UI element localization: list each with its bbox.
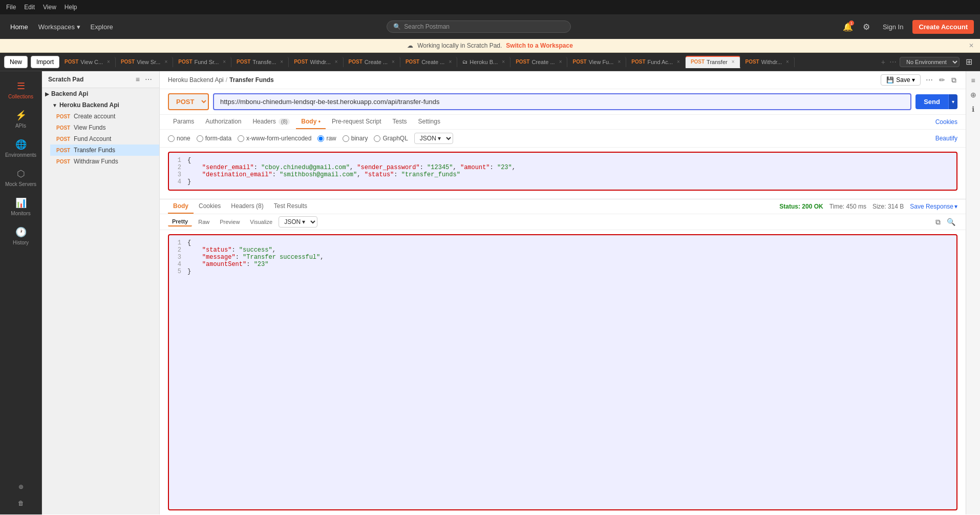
- response-tab-test-results[interactable]: Test Results: [269, 199, 312, 214]
- resp-opt-preview[interactable]: Preview: [216, 218, 244, 226]
- tab-3-close[interactable]: ×: [280, 59, 283, 65]
- tab-2-close[interactable]: ×: [223, 59, 226, 65]
- tab-9-close[interactable]: ×: [617, 59, 621, 65]
- radio-binary[interactable]: binary: [343, 135, 368, 142]
- tab-11-active[interactable]: POST Transfer ×: [686, 56, 740, 68]
- environment-selector[interactable]: No Environment: [900, 57, 960, 67]
- radio-form-data[interactable]: form-data: [197, 135, 231, 142]
- response-tab-cookies[interactable]: Cookies: [194, 199, 226, 214]
- close-banner-button[interactable]: ✕: [969, 42, 974, 49]
- sign-in-button[interactable]: Sign In: [878, 21, 908, 33]
- tab-6-close[interactable]: ×: [449, 59, 452, 65]
- req-tab-headers[interactable]: Headers (8): [247, 115, 295, 129]
- radio-graphql[interactable]: GraphQL: [374, 135, 408, 142]
- copy-button[interactable]: ⧉: [950, 75, 957, 86]
- sidebar-footer-icon[interactable]: ⊕: [14, 480, 28, 494]
- right-panel-btn-2[interactable]: ⊕: [968, 90, 978, 100]
- tab-0-close[interactable]: ×: [107, 59, 110, 65]
- right-panel-btn-3[interactable]: ℹ: [968, 104, 978, 114]
- import-button[interactable]: Import: [31, 56, 59, 68]
- request-body-editor[interactable]: 1 { 2 "sender_email": "cboy.chinedu@gmai…: [168, 152, 957, 191]
- menu-edit[interactable]: Edit: [24, 4, 35, 11]
- new-button[interactable]: New: [4, 56, 28, 68]
- req-tab-params[interactable]: Params: [168, 115, 199, 129]
- req-tab-tests[interactable]: Tests: [388, 115, 412, 129]
- right-panel-btn-1[interactable]: ≡: [968, 75, 978, 86]
- add-tab-button[interactable]: +: [880, 57, 886, 67]
- tab-10-close[interactable]: ×: [677, 59, 680, 65]
- tab-10[interactable]: POST Fund Ac... ×: [626, 57, 686, 67]
- response-tab-body[interactable]: Body: [168, 199, 194, 214]
- beautify-link[interactable]: Beautify: [935, 135, 957, 142]
- save-response-button[interactable]: Save Response ▾: [910, 203, 957, 210]
- more-tabs-button[interactable]: ⋯: [888, 57, 898, 67]
- method-select[interactable]: POST: [168, 93, 209, 110]
- sidebar-trash-icon[interactable]: 🗑: [14, 496, 28, 510]
- save-button[interactable]: 💾 Save ▾: [881, 74, 921, 86]
- sidebar-item-environments[interactable]: 🌐 Environments: [0, 135, 41, 162]
- sidebar-item-mock-servers[interactable]: ⬡ Mock Servers: [0, 164, 41, 191]
- req-tab-authorization[interactable]: Authorization: [200, 115, 246, 129]
- sidebar-item-monitors[interactable]: 📊 Monitors: [0, 193, 41, 220]
- format-selector[interactable]: JSON ▾: [414, 133, 453, 144]
- tab-7[interactable]: 🗂 Heroku B... ×: [457, 57, 510, 67]
- tab-6[interactable]: POST Create ... ×: [400, 57, 457, 67]
- cookies-link[interactable]: Cookies: [935, 118, 957, 126]
- radio-urlencoded[interactable]: x-www-form-urlencoded: [238, 135, 311, 142]
- response-tab-headers[interactable]: Headers (8): [226, 199, 268, 214]
- send-dropdown-button[interactable]: ▾: [948, 94, 957, 109]
- url-input[interactable]: [213, 93, 911, 110]
- nav-explore[interactable]: Explore: [87, 21, 117, 33]
- tab-12-close[interactable]: ×: [786, 59, 789, 65]
- banner-link[interactable]: Switch to a Workspace: [506, 42, 572, 49]
- tab-0[interactable]: POST View C... ×: [59, 57, 116, 67]
- tab-2[interactable]: POST Fund Sr... ×: [173, 57, 231, 67]
- radio-raw[interactable]: raw: [317, 135, 336, 142]
- nav-home[interactable]: Home: [6, 21, 32, 33]
- tab-9[interactable]: POST View Fu... ×: [567, 57, 626, 67]
- tab-8-close[interactable]: ×: [559, 59, 562, 65]
- tree-item-view-funds[interactable]: POST View Funds: [50, 122, 159, 133]
- req-tab-settings[interactable]: Settings: [413, 115, 445, 129]
- tab-1[interactable]: POST View Sr... ×: [116, 57, 173, 67]
- filter-button[interactable]: ≡: [135, 74, 141, 85]
- tab-7-close[interactable]: ×: [502, 59, 505, 65]
- tab-11-close[interactable]: ×: [732, 59, 735, 65]
- nav-workspaces[interactable]: Workspaces ▾: [34, 21, 84, 33]
- search-box[interactable]: 🔍 Search Postman: [387, 20, 571, 33]
- menu-file[interactable]: File: [6, 4, 16, 11]
- req-tab-body[interactable]: Body •: [296, 115, 326, 129]
- tab-8[interactable]: POST Create ... ×: [510, 57, 567, 67]
- sidebar-item-history[interactable]: 🕐 History: [0, 222, 41, 250]
- tree-item-create-account[interactable]: POST Create account: [50, 111, 159, 122]
- tab-5[interactable]: POST Create ... ×: [344, 57, 400, 67]
- tab-3[interactable]: POST Transfe... ×: [231, 57, 289, 67]
- edit-button[interactable]: ✏: [938, 75, 946, 85]
- resp-opt-visualize[interactable]: Visualize: [246, 218, 276, 226]
- sidebar-item-collections[interactable]: ☰ Collections: [0, 76, 41, 104]
- menu-help[interactable]: Help: [65, 4, 77, 11]
- search-response-button[interactable]: 🔍: [945, 217, 957, 228]
- settings-icon-right[interactable]: ⊞: [962, 55, 976, 69]
- copy-response-button[interactable]: ⧉: [933, 217, 943, 228]
- tree-item-fund-account[interactable]: POST Fund Account: [50, 133, 159, 145]
- send-button[interactable]: Send: [915, 94, 948, 109]
- tree-item-transfer-funds[interactable]: POST Transfer Funds: [50, 145, 159, 156]
- radio-none[interactable]: none: [168, 135, 190, 142]
- notification-icon[interactable]: 🔔 1: [841, 19, 855, 34]
- response-format-selector[interactable]: JSON ▾: [279, 216, 317, 228]
- tree-item-withdraw-funds[interactable]: POST Withdraw Funds: [50, 156, 159, 167]
- sidebar-item-apis[interactable]: ⚡ APIs: [0, 106, 41, 133]
- tab-4-close[interactable]: ×: [335, 59, 338, 65]
- tab-12[interactable]: POST Withdr... ×: [740, 57, 795, 67]
- tree-root-backend-api[interactable]: ▶ Backend Api: [42, 88, 159, 99]
- breadcrumb-parent[interactable]: Heroku Backend Api: [168, 76, 224, 84]
- tab-1-close[interactable]: ×: [164, 59, 167, 65]
- create-account-button[interactable]: Create Account: [912, 20, 974, 34]
- response-body-editor[interactable]: 1 { 2 "status": "success", 3 "message": …: [168, 234, 957, 510]
- more-options-button[interactable]: ⋯: [144, 74, 153, 85]
- breadcrumb-more-button[interactable]: ⋯: [925, 75, 934, 85]
- resp-opt-raw[interactable]: Raw: [194, 218, 214, 226]
- tab-4[interactable]: POST Withdr... ×: [289, 57, 343, 67]
- menu-view[interactable]: View: [43, 4, 56, 11]
